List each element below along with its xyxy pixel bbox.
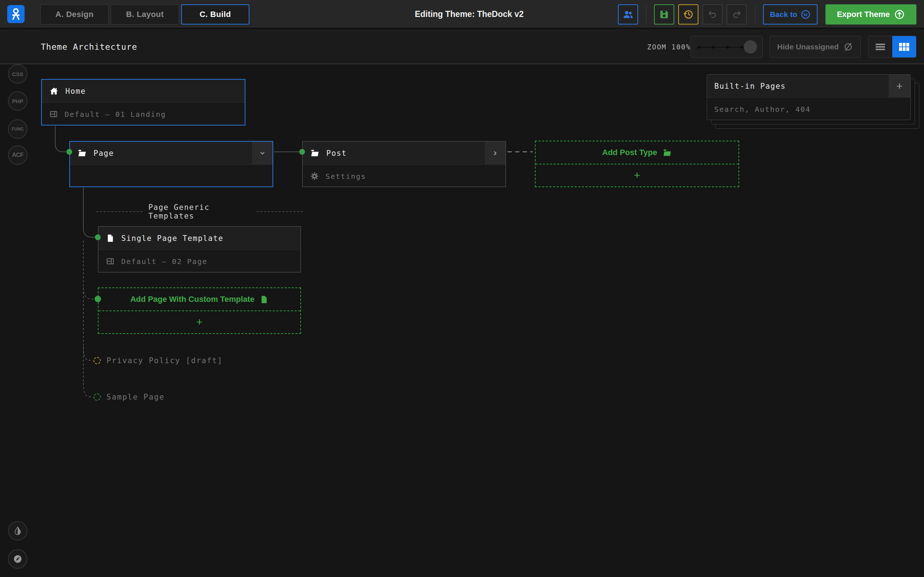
back-to-wordpress-button[interactable]: Back to W [763, 4, 817, 24]
grid-view-button[interactable] [892, 36, 916, 57]
node-post-expand-button[interactable] [485, 142, 505, 165]
top-bar: A. Design B. Layout C. Build Editing The… [0, 0, 924, 29]
node-page-collapse-button[interactable] [252, 142, 273, 165]
export-arrow-icon [894, 9, 905, 20]
rail-func-label: FUNC [11, 127, 23, 132]
node-home-template-row[interactable]: Default – 01 Landing [42, 103, 245, 126]
export-theme-label: Export Theme [837, 10, 890, 19]
node-page-header[interactable]: Page [70, 142, 273, 165]
tab-build-label: C. Build [200, 10, 231, 19]
view-title: Theme Architecture [41, 29, 137, 64]
save-button[interactable] [654, 4, 674, 24]
node-post-settings-row[interactable]: Settings [303, 165, 505, 187]
toolbar-separator [646, 6, 646, 23]
builtin-pages-header[interactable]: Built-in Pages + [707, 75, 910, 98]
home-icon [49, 86, 59, 96]
node-page[interactable]: Page [69, 141, 273, 187]
compass-icon [13, 554, 23, 564]
add-page-node[interactable]: Add Page With Custom Template + [98, 287, 301, 334]
view-mode-toggle [868, 36, 916, 58]
orphan-sample-page[interactable]: Sample Page [94, 393, 165, 401]
rail-php-label: PHP [12, 98, 23, 104]
add-post-type-header[interactable]: Add Post Type [536, 141, 738, 164]
list-view-button[interactable] [868, 36, 892, 57]
node-home-title: Home [65, 87, 86, 95]
orphan-privacy-policy[interactable]: Privacy Policy [draft] [94, 356, 223, 365]
zoom-slider-stop [741, 46, 743, 49]
builtin-pages-items: Search, Author, 404 [714, 105, 811, 114]
builtin-pages-add-button[interactable]: + [888, 75, 910, 98]
collaborators-button[interactable] [618, 4, 638, 24]
undo-icon [708, 10, 717, 19]
export-theme-button[interactable]: Export Theme [825, 4, 916, 24]
node-page-title: Page [94, 149, 114, 158]
folder-icon [310, 148, 320, 158]
builtin-pages-title: Built-in Pages [714, 82, 786, 90]
zoom-slider[interactable] [690, 36, 762, 58]
page-generic-templates-label: Page Generic Templates [96, 203, 303, 220]
node-single-page-template-header[interactable]: Single Page Template [99, 227, 300, 250]
node-single-page-template-title: Single Page Template [121, 234, 223, 243]
layout-template-icon [106, 257, 115, 266]
node-page-empty-row[interactable] [70, 165, 273, 187]
folder-icon [77, 148, 87, 158]
node-post-title: Post [326, 149, 347, 158]
builtin-pages-node[interactable]: Built-in Pages + Search, Author, 404 [707, 74, 911, 120]
node-home-header[interactable]: Home [42, 80, 245, 103]
history-icon [683, 9, 694, 20]
node-post-header[interactable]: Post [303, 142, 505, 165]
node-home[interactable]: Home Default – 01 Landing [41, 79, 246, 126]
hide-unassigned-button[interactable]: Hide Unassigned [769, 36, 861, 58]
add-post-type-label: Add Post Type [602, 148, 657, 157]
rail-css-button[interactable]: CSS [8, 64, 27, 84]
rail-func-button[interactable]: FUNC [8, 119, 27, 139]
rail-acf-button[interactable]: ACF [8, 145, 27, 165]
node-single-page-template-row[interactable]: Default – 02 Page [99, 250, 300, 272]
tab-design-label: A. Design [56, 10, 94, 19]
dash-decoration [96, 211, 142, 212]
document-green-icon [260, 295, 268, 305]
add-page-plus-button[interactable]: + [99, 311, 300, 333]
add-post-type-node[interactable]: Add Post Type + [535, 141, 739, 187]
zoom-slider-knob[interactable] [743, 40, 757, 54]
zoom-slider-stop [726, 46, 729, 49]
rail-theme-mode-button[interactable] [8, 521, 27, 541]
history-button[interactable] [678, 4, 698, 24]
plus-icon: + [196, 316, 203, 328]
node-post[interactable]: Post Settings [302, 141, 506, 187]
zoom-level: ZOOM 100% [647, 29, 691, 64]
node-home-template: Default – 01 Landing [65, 110, 166, 119]
redo-icon [732, 10, 742, 19]
rail-acf-label: ACF [12, 152, 23, 159]
eye-off-icon [843, 42, 853, 52]
rail-php-button[interactable]: PHP [8, 91, 27, 111]
app-logo[interactable] [7, 5, 24, 23]
droplet-half-icon [13, 526, 23, 536]
undo-button[interactable] [703, 4, 723, 24]
tab-build[interactable]: C. Build [181, 4, 249, 24]
published-page-dot [94, 393, 101, 401]
tab-design[interactable]: A. Design [40, 4, 109, 24]
zoom-slider-track [697, 47, 748, 48]
tab-layout-label: B. Layout [126, 10, 164, 19]
back-to-label: Back to [770, 10, 797, 19]
redo-button[interactable] [727, 4, 747, 24]
dash-decoration [257, 211, 303, 212]
gear-icon [310, 172, 319, 181]
add-page-header[interactable]: Add Page With Custom Template [99, 288, 300, 311]
wordpress-icon: W [801, 10, 811, 19]
builtin-pages-list-row[interactable]: Search, Author, 404 [707, 98, 910, 120]
tab-layout[interactable]: B. Layout [111, 4, 179, 24]
add-post-type-plus-button[interactable]: + [536, 164, 738, 186]
node-single-page-template-template: Default – 02 Page [121, 257, 208, 266]
folder-green-icon [662, 148, 672, 158]
toolbar-separator [755, 6, 756, 23]
chevron-right-icon [491, 148, 500, 158]
chevron-down-icon [258, 148, 267, 158]
list-view-icon [875, 42, 886, 52]
rail-navigator-button[interactable] [8, 549, 27, 569]
node-single-page-template[interactable]: Single Page Template Default – 02 Page [98, 226, 301, 272]
node-post-settings-label: Settings [326, 172, 366, 181]
save-icon [659, 10, 669, 19]
draft-page-dot [94, 357, 101, 364]
